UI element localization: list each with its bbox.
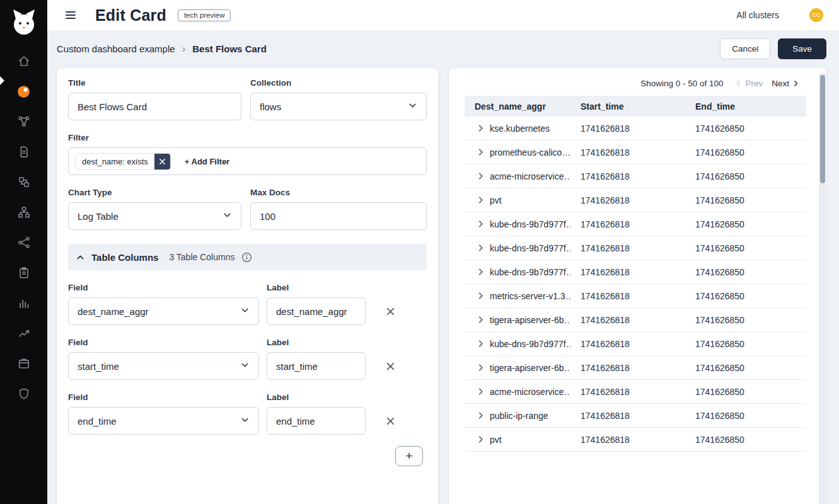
table-row[interactable]: kube-dns-9b7d977f… 1741626818 1741626850 <box>465 236 806 260</box>
calico-logo[interactable] <box>9 7 39 38</box>
table-row[interactable]: prometheus-calico… 1741626818 1741626850 <box>465 140 806 164</box>
dest-name-cell: kube-dns-9b7d977f… <box>490 339 570 349</box>
start-time-cell: 1741626818 <box>570 363 685 373</box>
page-title: Edit Card <box>95 6 166 25</box>
table-columns-section-header[interactable]: Table Columns 3 Table Columns <box>68 244 427 270</box>
chart-type-value: Log Table <box>78 211 119 222</box>
chart-type-select[interactable]: Log Table <box>68 202 241 230</box>
sidebar-item-security-events[interactable] <box>0 380 47 410</box>
sidebar-item-network-sets[interactable] <box>0 229 47 259</box>
save-button[interactable]: Save <box>778 38 826 59</box>
sidebar-item-logs[interactable] <box>0 289 47 319</box>
table-row[interactable]: metrics-server-v1.3… 1741626818 17416268… <box>465 284 806 308</box>
menu-icon[interactable] <box>64 9 77 21</box>
sidebar-item-home[interactable] <box>0 47 47 77</box>
end-time-cell: 1741626850 <box>685 195 806 205</box>
column-row: Field dest_name_aggr Label <box>68 283 427 325</box>
table-row[interactable]: kube-dns-9b7d977f… 1741626818 1741626850 <box>465 212 806 236</box>
remove-column-icon[interactable] <box>385 306 396 317</box>
expand-row-icon[interactable] <box>476 219 485 229</box>
expand-row-icon[interactable] <box>476 171 485 181</box>
chevron-up-icon[interactable] <box>76 253 85 262</box>
scrollbar-thumb[interactable] <box>820 75 825 183</box>
expand-row-icon[interactable] <box>476 411 485 420</box>
collection-select[interactable]: flows <box>250 93 427 120</box>
chevron-down-icon <box>408 101 417 112</box>
prev-page-button[interactable]: Prev <box>734 79 763 88</box>
start-time-cell: 1741626818 <box>570 195 685 205</box>
tech-preview-badge: tech preview <box>178 9 231 21</box>
start-time-cell: 1741626818 <box>570 291 685 301</box>
table-row[interactable]: public-ip-range 1741626818 1741626850 <box>465 404 806 428</box>
table-row[interactable]: kube-dns-9b7d977f… 1741626818 1741626850 <box>465 332 806 356</box>
column-label-input[interactable] <box>267 407 366 435</box>
next-page-button[interactable]: Next <box>772 79 800 88</box>
sidebar-item-service-graph[interactable] <box>0 108 47 138</box>
column-field-value: start_time <box>78 361 119 372</box>
expand-row-icon[interactable] <box>476 123 485 133</box>
dashboards-icon <box>16 84 32 102</box>
filter-chip: dest_name: exists <box>75 153 171 170</box>
sidebar-item-workloads[interactable] <box>0 198 47 229</box>
expand-row-icon[interactable] <box>476 387 485 396</box>
table-row[interactable]: tigera-apiserver-6b… 1741626818 17416268… <box>465 308 806 332</box>
column-field-value: dest_name_aggr <box>78 306 149 317</box>
sidebar-item-nodes[interactable] <box>0 168 47 198</box>
expand-row-icon[interactable] <box>476 267 485 277</box>
dest-name-cell: public-ip-range <box>490 411 548 421</box>
dest-name-cell: prometheus-calico… <box>490 147 570 158</box>
expand-row-icon[interactable] <box>476 339 485 348</box>
field-label: Field <box>68 392 259 402</box>
table-row[interactable]: kube-dns-9b7d977f… 1741626818 1741626850 <box>465 260 806 284</box>
expand-row-icon[interactable] <box>476 435 485 444</box>
breadcrumb-parent[interactable]: Custom dashboard example <box>57 43 175 54</box>
table-row[interactable]: tigera-apiserver-6b… 1741626818 17416268… <box>465 356 806 380</box>
title-input[interactable] <box>68 93 241 120</box>
sidebar-item-policies[interactable] <box>0 138 47 168</box>
add-filter-button[interactable]: + Add Filter <box>185 157 229 166</box>
filter-chip-label: dest_name: exists <box>76 157 154 166</box>
start-time-cell: 1741626818 <box>570 435 685 445</box>
label-label: Label <box>267 338 366 347</box>
column-label-input[interactable] <box>267 352 366 380</box>
table-row[interactable]: acme-microservice… 1741626818 1741626850 <box>465 380 806 404</box>
expand-row-icon[interactable] <box>476 315 485 324</box>
end-time-cell: 1741626850 <box>685 339 806 349</box>
chart-type-label: Chart Type <box>68 188 241 197</box>
sidebar-item-image-assurance[interactable] <box>0 350 47 380</box>
start-time-cell: 1741626818 <box>570 123 685 134</box>
cancel-button[interactable]: Cancel <box>720 38 770 59</box>
expand-row-icon[interactable] <box>476 195 485 205</box>
toolbar: Custom dashboard example › Best Flows Ca… <box>47 30 839 59</box>
table-row[interactable]: pvt 1741626818 1741626850 <box>465 428 806 452</box>
max-docs-input[interactable] <box>250 202 427 230</box>
info-icon[interactable] <box>241 252 252 263</box>
card-editor-panel: Title Collection flows Filter dest_name:… <box>57 68 438 504</box>
column-field-select[interactable]: end_time <box>68 407 259 435</box>
dest-name-cell: acme-microservice… <box>490 387 570 397</box>
end-time-cell: 1741626850 <box>685 435 806 445</box>
expand-row-icon[interactable] <box>476 363 485 372</box>
expand-row-icon[interactable] <box>476 291 485 301</box>
sidebar <box>0 0 47 504</box>
table-row[interactable]: pvt 1741626818 1741626850 <box>465 188 806 212</box>
sidebar-item-threat-metrics[interactable] <box>0 319 47 350</box>
sidebar-item-compliance[interactable] <box>0 259 47 289</box>
column-field-select[interactable]: dest_name_aggr <box>68 297 259 325</box>
column-row: Field start_time Label <box>68 338 427 380</box>
table-row[interactable]: acme-microservice… 1741626818 1741626850 <box>465 164 806 188</box>
sidebar-item-dashboards[interactable] <box>0 77 47 108</box>
expand-row-icon[interactable] <box>476 147 485 157</box>
expand-row-icon[interactable] <box>476 243 485 253</box>
remove-column-icon[interactable] <box>385 361 396 372</box>
column-label-input[interactable] <box>267 297 366 325</box>
table-row[interactable]: kse.kubernetes 1741626818 1741626850 <box>465 117 806 140</box>
column-field-select[interactable]: start_time <box>68 352 259 380</box>
add-column-button[interactable]: + <box>395 446 423 466</box>
remove-column-icon[interactable] <box>385 416 396 427</box>
start-time-cell: 1741626818 <box>570 387 685 397</box>
user-avatar[interactable]: CC <box>809 8 823 22</box>
remove-filter-icon[interactable] <box>154 153 170 170</box>
scrollbar-track[interactable] <box>819 72 826 504</box>
all-clusters-selector[interactable]: All clusters <box>736 10 779 20</box>
